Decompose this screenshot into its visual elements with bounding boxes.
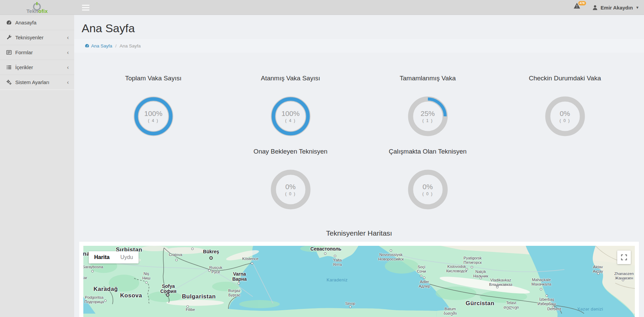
city-dot [496,286,499,289]
map-label-country: Bulgaristan [182,293,216,300]
dashboard-icon [6,20,12,25]
city-dot [622,279,624,281]
donut-widget: Tamamlanmış Vaka 25%( 1 ) [359,74,496,137]
donut-spacer [85,147,222,211]
donut-count: ( 0 ) [422,192,433,196]
donut-row-2: Onay Bekleyen Teknisyen 0%( 0 )Çalışmakt… [85,147,633,211]
capital-city-dot [209,256,213,260]
page-title: Ana Sayfa [74,15,644,37]
breadcrumb-home-link[interactable]: Ana Sayfa [91,43,112,48]
map-label-sea: Karadeniz [327,278,348,282]
sidebar-item-formlar[interactable]: Formlar ‹ [0,45,74,60]
map-label-city: YaltaЯлта [333,258,342,267]
map-label-city: MahaçkaleМахачкала [532,278,552,286]
donut-count: ( 0 ) [560,118,570,123]
donut-title: Atanmış Vaka Sayısı [222,74,359,82]
donut-title: Toplam Vaka Sayısı [85,74,222,82]
notifications-button[interactable]: 478 [573,2,583,13]
donut-count: ( 4 ) [148,118,159,123]
donut-percent: 100% [282,110,300,118]
city-dot [349,306,352,308]
chevron-down-icon: ▼ [636,5,639,9]
donut-percent: 25% [420,110,435,118]
map-label-city: SoçiСочи [417,265,426,274]
map-label-city: Batumბათუმი [444,307,457,316]
sidebar-item-teknisyenler[interactable]: Teknisyenler ‹ [0,30,74,45]
chevron-left-icon: ‹ [67,50,69,55]
sidebar-item-icerikler[interactable]: İçerikler ‹ [0,60,74,75]
sidebar-item-anasayfa[interactable]: Anasayfa [0,15,74,30]
city-dot [324,253,327,255]
city-dot [597,273,600,275]
map-label-capital: Bükreş [203,249,219,254]
form-icon [6,49,12,55]
donut-percent: 100% [144,110,163,118]
fullscreen-button[interactable] [617,251,631,264]
gears-icon [6,79,12,85]
sidebar-item-label: Teknisyenler [15,35,43,40]
city-dot [471,266,473,269]
map-label-city: RusçukРусе [209,265,222,274]
map-type-control: Harita Uydu [89,251,139,263]
capital-city-dot [166,293,169,297]
map-panel: BosnaSaraybosnaMostarKaradağPodgoritsaПо… [79,242,639,317]
breadcrumb-separator: / [115,43,117,48]
city-dot [552,306,555,309]
breadcrumb: Ana Sayfa / Ana Sayfa [74,39,644,53]
map-view-button[interactable]: Harita [89,251,115,263]
wrench-icon [6,35,12,40]
list-icon [6,64,12,70]
satellite-view-button[interactable]: Uydu [115,251,138,263]
donut-widget: Çalışmakta Olan Teknisyen 0%( 0 ) [359,147,496,211]
map-label-city: VladikavkazВладикавказ [489,278,513,287]
map-labels: BosnaSaraybosnaMostarKaradağPodgoritsaПо… [83,246,635,317]
chevron-left-icon: ‹ [67,65,69,70]
map-label-capital: VarnaВарна [232,272,247,282]
city-dot [420,275,422,277]
map-label-capital: SofyaСофия [160,284,176,294]
donut-widget: Atanmış Vaka Sayısı 100%( 4 ) [222,74,359,137]
sidebar-toggle-button[interactable] [78,0,94,15]
sidebar-item-label: Anasayfa [15,20,37,25]
donut-widget: Toplam Vaka Sayısı 100%( 4 ) [85,74,222,137]
donut-title: Onay Bekleyen Teknisyen [222,147,359,156]
map-label-city: KislovodskКисловодск [446,264,467,273]
city-dot [104,300,107,302]
google-map[interactable]: BosnaSaraybosnaMostarKaradağPodgoritsaПо… [83,246,635,317]
donut-percent: 0% [560,110,570,118]
map-label-capital: Севастополь [310,246,341,252]
city-dot [208,270,211,272]
sidebar-item-label: İçerikler [15,64,33,70]
brand-text: Teknofix [26,8,48,14]
city-dot [546,295,548,297]
city-dot [91,270,94,273]
city-dot [334,255,336,257]
map-label-city: Mostar [83,276,87,280]
donut-title: Tamamlanmış Vaka [359,74,496,82]
city-dot [466,268,468,271]
donut-title: Checkin Durumdaki Vaka [496,74,633,82]
donut-widgets: Toplam Vaka Sayısı 100%( 4 )Atanmış Vaka… [85,74,633,211]
map-label-city: PyatigorskПятигорск [463,256,482,265]
city-dot [187,305,189,308]
donut-widget: Onay Bekleyen Teknisyen 0%( 0 ) [222,147,359,211]
fullscreen-icon [621,254,627,260]
sidebar-item-sistem-ayarlari[interactable]: Sistem Ayarları ‹ [0,75,74,90]
map-label-country: Kosova [120,292,142,299]
user-menu[interactable]: Emir Akaydın ▼ [592,5,639,11]
donut-count: ( 0 ) [285,192,296,196]
donut-title: Çalışmakta Olan Teknisyen [359,147,496,156]
map-label-country: Karadağ [94,286,118,292]
map-label-city: İzberbaşИзбербаш [538,297,556,306]
map-label-city: NişНиш [142,272,150,280]
city-dot [540,288,542,291]
donut-count: ( 1 ) [422,118,433,123]
brand-logo[interactable]: Teknofix [0,0,74,15]
map-label-city: ZhanaozenЖаңаөзен [614,272,634,280]
map-section-title: Teknisyenler Haritası [74,229,644,238]
donut-percent: 0% [285,183,295,191]
donut-percent: 0% [422,183,433,191]
city-dot [175,259,178,261]
map-label-city: Saraybosna [83,265,103,269]
map-label-city: AdlerАдлер [419,280,430,289]
